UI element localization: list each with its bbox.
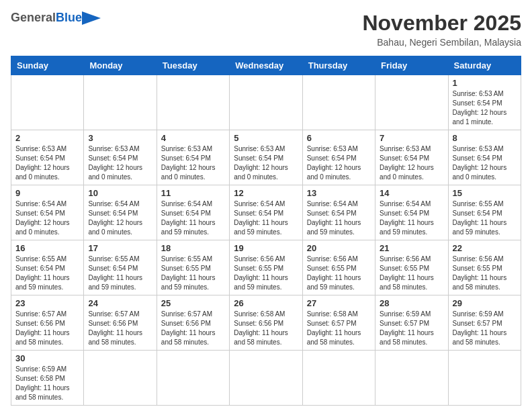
calendar-cell: 2Sunrise: 6:53 AM Sunset: 6:54 PM Daylig… <box>11 130 84 185</box>
calendar-header-tuesday: Tuesday <box>157 56 229 75</box>
day-info: Sunrise: 6:56 AM Sunset: 6:55 PM Dayligh… <box>234 255 298 292</box>
calendar-cell <box>84 75 157 130</box>
day-info: Sunrise: 6:59 AM Sunset: 6:57 PM Dayligh… <box>453 310 517 347</box>
calendar-header-thursday: Thursday <box>302 56 375 75</box>
day-info: Sunrise: 6:55 AM Sunset: 6:55 PM Dayligh… <box>161 255 225 292</box>
calendar-table: SundayMondayTuesdayWednesdayThursdayFrid… <box>11 56 521 406</box>
month-title: November 2025 <box>362 11 521 36</box>
day-info: Sunrise: 6:53 AM Sunset: 6:54 PM Dayligh… <box>234 144 298 182</box>
calendar-cell: 18Sunrise: 6:55 AM Sunset: 6:55 PM Dayli… <box>157 240 229 295</box>
calendar-cell: 11Sunrise: 6:54 AM Sunset: 6:54 PM Dayli… <box>157 185 229 240</box>
day-number: 30 <box>15 353 79 363</box>
calendar-cell: 1Sunrise: 6:53 AM Sunset: 6:54 PM Daylig… <box>448 75 521 130</box>
day-number: 18 <box>161 243 225 253</box>
day-number: 13 <box>307 188 371 198</box>
day-number: 5 <box>234 133 298 143</box>
calendar-cell <box>230 75 302 130</box>
calendar-cell: 30Sunrise: 6:59 AM Sunset: 6:58 PM Dayli… <box>11 351 84 406</box>
calendar-header-wednesday: Wednesday <box>230 56 302 75</box>
calendar-cell <box>302 351 375 406</box>
calendar-cell: 24Sunrise: 6:57 AM Sunset: 6:56 PM Dayli… <box>84 295 157 351</box>
calendar-cell: 4Sunrise: 6:53 AM Sunset: 6:54 PM Daylig… <box>157 130 229 185</box>
day-info: Sunrise: 6:58 AM Sunset: 6:56 PM Dayligh… <box>234 310 298 347</box>
day-number: 1 <box>453 78 517 88</box>
calendar-week-row: 30Sunrise: 6:59 AM Sunset: 6:58 PM Dayli… <box>11 351 521 406</box>
day-number: 29 <box>453 298 517 308</box>
calendar-header-saturday: Saturday <box>448 56 521 75</box>
calendar-cell: 28Sunrise: 6:59 AM Sunset: 6:57 PM Dayli… <box>375 295 448 351</box>
day-number: 24 <box>88 298 152 308</box>
day-number: 16 <box>15 243 79 253</box>
logo-general-text: General <box>11 11 56 25</box>
day-number: 4 <box>161 133 225 143</box>
day-info: Sunrise: 6:53 AM Sunset: 6:54 PM Dayligh… <box>88 144 152 182</box>
day-info: Sunrise: 6:59 AM Sunset: 6:58 PM Dayligh… <box>15 365 79 402</box>
calendar-week-row: 16Sunrise: 6:55 AM Sunset: 6:54 PM Dayli… <box>11 240 521 295</box>
calendar-cell <box>375 75 448 130</box>
calendar-cell: 9Sunrise: 6:54 AM Sunset: 6:54 PM Daylig… <box>11 185 84 240</box>
calendar-cell: 6Sunrise: 6:53 AM Sunset: 6:54 PM Daylig… <box>302 130 375 185</box>
calendar-cell <box>302 75 375 130</box>
day-info: Sunrise: 6:58 AM Sunset: 6:57 PM Dayligh… <box>307 310 371 347</box>
day-number: 10 <box>88 188 152 198</box>
calendar-header-sunday: Sunday <box>11 56 84 75</box>
calendar-cell: 27Sunrise: 6:58 AM Sunset: 6:57 PM Dayli… <box>302 295 375 351</box>
calendar-header-monday: Monday <box>84 56 157 75</box>
day-number: 28 <box>380 298 443 308</box>
day-number: 17 <box>88 243 152 253</box>
day-number: 9 <box>15 188 79 198</box>
day-info: Sunrise: 6:59 AM Sunset: 6:57 PM Dayligh… <box>380 310 443 347</box>
calendar-cell: 21Sunrise: 6:56 AM Sunset: 6:55 PM Dayli… <box>375 240 448 295</box>
day-info: Sunrise: 6:53 AM Sunset: 6:54 PM Dayligh… <box>453 144 517 182</box>
day-number: 2 <box>15 133 79 143</box>
title-area: November 2025 Bahau, Negeri Sembilan, Ma… <box>362 11 521 48</box>
day-number: 19 <box>234 243 298 253</box>
calendar-cell: 20Sunrise: 6:56 AM Sunset: 6:55 PM Dayli… <box>302 240 375 295</box>
calendar-cell: 12Sunrise: 6:54 AM Sunset: 6:54 PM Dayli… <box>230 185 302 240</box>
day-info: Sunrise: 6:53 AM Sunset: 6:54 PM Dayligh… <box>453 89 517 127</box>
day-number: 25 <box>161 298 225 308</box>
calendar-cell: 25Sunrise: 6:57 AM Sunset: 6:56 PM Dayli… <box>157 295 229 351</box>
day-number: 7 <box>380 133 443 143</box>
calendar-cell <box>157 75 229 130</box>
calendar-cell: 13Sunrise: 6:54 AM Sunset: 6:54 PM Dayli… <box>302 185 375 240</box>
calendar-cell: 14Sunrise: 6:54 AM Sunset: 6:54 PM Dayli… <box>375 185 448 240</box>
calendar-cell: 23Sunrise: 6:57 AM Sunset: 6:56 PM Dayli… <box>11 295 84 351</box>
calendar-week-row: 23Sunrise: 6:57 AM Sunset: 6:56 PM Dayli… <box>11 295 521 351</box>
logo-icon <box>82 11 101 25</box>
day-info: Sunrise: 6:54 AM Sunset: 6:54 PM Dayligh… <box>15 199 79 237</box>
calendar-cell <box>230 351 302 406</box>
day-info: Sunrise: 6:56 AM Sunset: 6:55 PM Dayligh… <box>453 255 517 292</box>
calendar-cell: 3Sunrise: 6:53 AM Sunset: 6:54 PM Daylig… <box>84 130 157 185</box>
svg-marker-0 <box>82 11 101 25</box>
calendar-week-row: 9Sunrise: 6:54 AM Sunset: 6:54 PM Daylig… <box>11 185 521 240</box>
day-info: Sunrise: 6:55 AM Sunset: 6:54 PM Dayligh… <box>453 199 517 237</box>
calendar-cell: 17Sunrise: 6:55 AM Sunset: 6:54 PM Dayli… <box>84 240 157 295</box>
day-info: Sunrise: 6:55 AM Sunset: 6:54 PM Dayligh… <box>88 255 152 292</box>
location: Bahau, Negeri Sembilan, Malaysia <box>362 37 521 48</box>
day-number: 26 <box>234 298 298 308</box>
calendar-cell <box>448 351 521 406</box>
calendar-cell: 7Sunrise: 6:53 AM Sunset: 6:54 PM Daylig… <box>375 130 448 185</box>
day-info: Sunrise: 6:54 AM Sunset: 6:54 PM Dayligh… <box>380 199 443 237</box>
day-info: Sunrise: 6:53 AM Sunset: 6:54 PM Dayligh… <box>15 144 79 182</box>
day-info: Sunrise: 6:53 AM Sunset: 6:54 PM Dayligh… <box>307 144 371 182</box>
day-info: Sunrise: 6:57 AM Sunset: 6:56 PM Dayligh… <box>15 310 79 347</box>
calendar-cell: 15Sunrise: 6:55 AM Sunset: 6:54 PM Dayli… <box>448 185 521 240</box>
calendar-cell <box>84 351 157 406</box>
day-number: 6 <box>307 133 371 143</box>
day-number: 15 <box>453 188 517 198</box>
calendar-cell: 5Sunrise: 6:53 AM Sunset: 6:54 PM Daylig… <box>230 130 302 185</box>
day-number: 14 <box>380 188 443 198</box>
logo-blue-text: Blue <box>56 11 82 25</box>
calendar-cell <box>157 351 229 406</box>
calendar-header-friday: Friday <box>375 56 448 75</box>
day-info: Sunrise: 6:57 AM Sunset: 6:56 PM Dayligh… <box>88 310 152 347</box>
calendar-cell <box>375 351 448 406</box>
day-number: 11 <box>161 188 225 198</box>
day-number: 20 <box>307 243 371 253</box>
day-info: Sunrise: 6:54 AM Sunset: 6:54 PM Dayligh… <box>161 199 225 237</box>
day-number: 22 <box>453 243 517 253</box>
calendar-cell: 8Sunrise: 6:53 AM Sunset: 6:54 PM Daylig… <box>448 130 521 185</box>
day-info: Sunrise: 6:57 AM Sunset: 6:56 PM Dayligh… <box>161 310 225 347</box>
